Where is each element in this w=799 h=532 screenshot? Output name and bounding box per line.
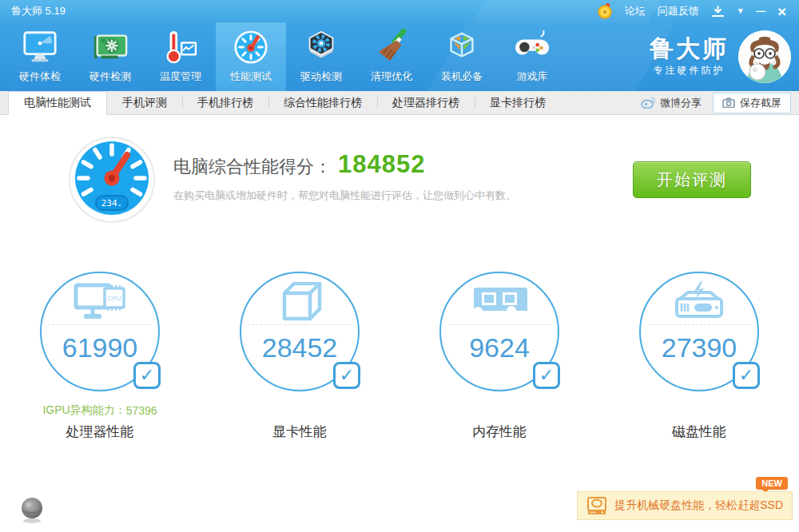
toolbar-item-hardware-detect[interactable]: 硬件检测 bbox=[75, 22, 145, 91]
divider bbox=[48, 324, 152, 325]
feedback-link[interactable]: 问题反馈 bbox=[658, 4, 699, 18]
brand-area: 鲁大师 专注硬件防护 bbox=[650, 22, 799, 91]
toolbar-label: 清理优化 bbox=[371, 69, 412, 84]
disk-score-circle: 27390 ✓ bbox=[639, 272, 759, 391]
cube-box-icon bbox=[443, 28, 481, 66]
cpu-score-value: 61990 bbox=[42, 332, 158, 363]
weibo-icon bbox=[641, 97, 655, 109]
cpu-score-card: CPU 61990 ✓ IGPU异构能力：57396 处理器性能 bbox=[0, 272, 200, 441]
disk-score-card: 27390 ✓ 磁盘性能 bbox=[599, 272, 799, 441]
new-badge[interactable]: NEW bbox=[756, 477, 788, 490]
ram-include-checkbox[interactable]: ✓ bbox=[533, 362, 560, 389]
tab-phone-review[interactable]: 手机评测 bbox=[107, 91, 182, 114]
ram-card-label: 内存性能 bbox=[472, 423, 527, 441]
disk-promo-icon bbox=[586, 495, 607, 516]
toolbar-item-game-library[interactable]: 游戏库 bbox=[497, 22, 567, 91]
gpu-include-checkbox[interactable]: ✓ bbox=[333, 362, 360, 389]
gpu-score-card: 28452 ✓ 显卡性能 bbox=[200, 272, 400, 441]
thermometer-chart-icon bbox=[161, 28, 200, 66]
monitor-scan-icon bbox=[21, 28, 59, 66]
hexagon-gear-icon bbox=[302, 28, 340, 66]
save-screenshot-label: 保存截屏 bbox=[740, 96, 781, 110]
igpu-extra-value: 57396 bbox=[126, 404, 157, 417]
wireframe-cube-icon bbox=[241, 273, 358, 323]
toolbar-item-performance-test[interactable]: 性能测试 bbox=[216, 22, 286, 91]
tab-overall-ranking[interactable]: 综合性能排行榜 bbox=[268, 91, 377, 114]
window-title: 鲁大师 5.19 bbox=[11, 4, 66, 18]
toolbar-label: 硬件检测 bbox=[89, 69, 131, 84]
download-icon[interactable] bbox=[711, 6, 725, 18]
dropdown-arrow-icon[interactable]: ▼ bbox=[737, 7, 745, 15]
ram-score-value: 9624 bbox=[441, 332, 558, 363]
save-screenshot-button[interactable]: 保存截屏 bbox=[713, 93, 791, 113]
divider bbox=[447, 324, 551, 325]
overall-score-description: 在购买电脑或增加硬件时，帮您对电脑性能进行评估，让您做到心中有数。 bbox=[173, 189, 516, 203]
camera-icon bbox=[722, 97, 735, 108]
minimize-button[interactable]: ─ bbox=[757, 5, 765, 18]
tab-gpu-ranking[interactable]: 显卡排行榜 bbox=[475, 91, 561, 114]
gamepad-icon bbox=[513, 28, 551, 66]
gpu-score-value: 28452 bbox=[241, 332, 358, 363]
cpu-score-circle: CPU 61990 ✓ bbox=[40, 272, 160, 391]
toolbar-item-driver-detect[interactable]: 驱动检测 bbox=[286, 22, 356, 91]
disk-include-checkbox[interactable]: ✓ bbox=[733, 362, 760, 389]
brand-slogan: 专注硬件防护 bbox=[650, 64, 729, 77]
cpu-include-checkbox[interactable]: ✓ bbox=[133, 362, 161, 389]
overall-score-label: 电脑综合性能得分： bbox=[173, 155, 332, 179]
brand-name: 鲁大师 bbox=[650, 36, 729, 62]
cpu-card-label: 处理器性能 bbox=[66, 423, 134, 441]
ram-module-icon bbox=[441, 273, 558, 323]
main-content: 234. 电脑综合性能得分： 184852 在购买电脑或增加硬件时，帮您对电脑性… bbox=[0, 115, 799, 532]
toolbar-item-clean-optimize[interactable]: 清理优化 bbox=[356, 22, 427, 91]
svg-text:CPU: CPU bbox=[108, 295, 121, 302]
toolbar-label: 温度管理 bbox=[160, 69, 201, 84]
tab-label: 综合性能排行榜 bbox=[284, 96, 362, 110]
toolbar-label: 装机必备 bbox=[441, 69, 483, 84]
tab-label: 显卡排行榜 bbox=[490, 96, 546, 110]
overall-score-section: 234. 电脑综合性能得分： 184852 在购买电脑或增加硬件时，帮您对电脑性… bbox=[0, 115, 799, 224]
toolbar-label: 硬件体检 bbox=[19, 69, 61, 84]
gauge-display-value: 234. bbox=[101, 198, 123, 208]
toolbar-item-hardware-checkup[interactable]: 硬件体检 bbox=[5, 22, 75, 91]
mascot-avatar[interactable] bbox=[738, 30, 791, 83]
cpu-monitor-icon: CPU bbox=[42, 273, 158, 323]
graphics-card-icon bbox=[91, 28, 129, 66]
divider bbox=[248, 324, 352, 325]
toolbar-item-temperature[interactable]: 温度管理 bbox=[145, 22, 216, 91]
tab-label: 手机评测 bbox=[122, 96, 167, 110]
speed-gauge-icon bbox=[232, 28, 270, 66]
score-cards: CPU 61990 ✓ IGPU异构能力：57396 处理器性能 bbox=[0, 272, 799, 441]
weibo-share-label: 微博分享 bbox=[660, 96, 702, 110]
igpu-extra-label: IGPU异构能力： bbox=[42, 403, 125, 418]
hard-disk-bolt-icon bbox=[641, 273, 757, 323]
ssd-promo-text: 提升机械硬盘性能，轻松赶超SSD bbox=[614, 498, 783, 513]
gpu-card-label: 显卡性能 bbox=[272, 423, 327, 441]
divider bbox=[647, 324, 751, 325]
disk-card-label: 磁盘性能 bbox=[672, 423, 726, 441]
forum-link[interactable]: 论坛 bbox=[625, 4, 646, 18]
tab-bar: 电脑性能测试 手机评测 手机排行榜 综合性能排行榜 处理器排行榜 显卡排行榜 微… bbox=[0, 91, 799, 115]
gpu-score-circle: 28452 ✓ bbox=[240, 272, 360, 391]
toolbar-label: 性能测试 bbox=[230, 69, 272, 84]
tab-pc-performance-test[interactable]: 电脑性能测试 bbox=[8, 91, 107, 115]
ssd-promo-banner[interactable]: 提升机械硬盘性能，轻松赶超SSD bbox=[577, 491, 793, 520]
toolbar-item-install-essentials[interactable]: 装机必备 bbox=[427, 22, 497, 91]
main-toolbar: 硬件体检 硬件检测 bbox=[0, 22, 799, 91]
ram-score-circle: 9624 ✓ bbox=[439, 272, 559, 391]
tab-label: 电脑性能测试 bbox=[24, 96, 91, 110]
start-benchmark-button[interactable]: 开始评测 bbox=[633, 161, 751, 198]
tab-label: 处理器排行榜 bbox=[392, 96, 459, 110]
igpu-extra-line: IGPU异构能力：57396 bbox=[42, 400, 157, 421]
broom-icon bbox=[372, 28, 411, 66]
titlebar: 鲁大师 5.19 论坛 问题反馈 ▼ ─ × bbox=[0, 0, 799, 22]
big-gauge-icon: 234. bbox=[68, 136, 156, 224]
tab-label: 手机排行榜 bbox=[197, 96, 253, 110]
disk-score-value: 27390 bbox=[641, 332, 757, 363]
close-button[interactable]: × bbox=[777, 4, 786, 19]
corner-mascot-icon[interactable] bbox=[19, 495, 45, 524]
tab-cpu-ranking[interactable]: 处理器排行榜 bbox=[377, 91, 475, 114]
ram-score-card: 9624 ✓ 内存性能 bbox=[400, 272, 599, 441]
weibo-share-button[interactable]: 微博分享 bbox=[641, 96, 702, 110]
tab-phone-ranking[interactable]: 手机排行榜 bbox=[182, 91, 268, 114]
medal-icon[interactable] bbox=[597, 3, 613, 19]
